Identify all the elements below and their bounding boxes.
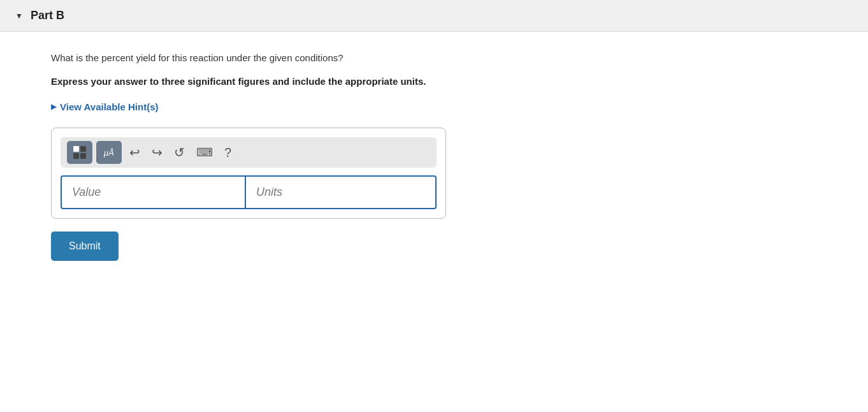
grid-cell-tr (80, 146, 86, 152)
page-container: ▼ Part B What is the percent yield for t… (0, 0, 868, 412)
units-input[interactable] (245, 175, 437, 209)
value-input[interactable] (61, 175, 245, 209)
submit-button[interactable]: Submit (51, 232, 119, 261)
grid-cell-br (80, 153, 86, 159)
grid-cell-tl (73, 146, 79, 152)
hint-link-label: View Available Hint(s) (60, 101, 159, 112)
symbol-label: μÅ (104, 148, 114, 158)
instruction-text: Express your answer to three significant… (51, 75, 817, 89)
input-row (61, 175, 437, 209)
template-button[interactable] (67, 141, 92, 164)
content-area: What is the percent yield for this react… (0, 32, 868, 286)
undo-button[interactable]: ↩ (126, 141, 144, 164)
toolbar: μÅ ↩ ↪ ↺ ⌨ (61, 137, 437, 168)
keyboard-icon: ⌨ (196, 145, 213, 159)
part-header: ▼ Part B (0, 0, 868, 32)
redo-button[interactable]: ↪ (148, 141, 166, 164)
undo-icon: ↩ (129, 145, 140, 160)
part-title: Part B (31, 9, 64, 22)
reset-icon: ↺ (174, 145, 185, 160)
symbol-button[interactable]: μÅ (96, 141, 122, 164)
help-icon: ? (224, 145, 231, 160)
help-button[interactable]: ? (221, 141, 235, 164)
grid-cell-bl (73, 153, 79, 159)
hint-arrow-icon: ▶ (51, 103, 56, 111)
redo-icon: ↪ (152, 145, 163, 160)
question-text: What is the percent yield for this react… (51, 51, 817, 66)
hint-link[interactable]: ▶ View Available Hint(s) (51, 101, 817, 112)
reset-button[interactable]: ↺ (170, 141, 189, 164)
collapse-icon[interactable]: ▼ (15, 11, 23, 20)
grid-icon (73, 146, 86, 159)
keyboard-button[interactable]: ⌨ (192, 141, 217, 164)
answer-box: μÅ ↩ ↪ ↺ ⌨ (51, 128, 446, 219)
